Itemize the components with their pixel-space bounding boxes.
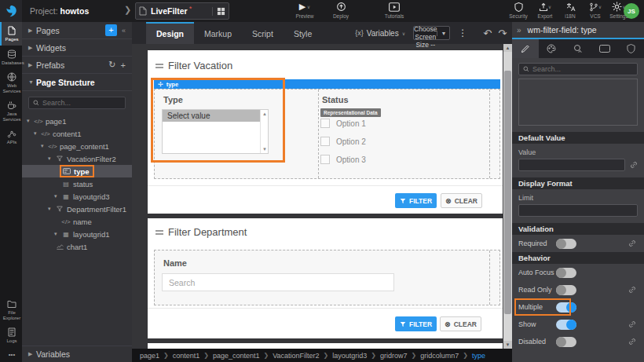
checkbox[interactable] — [320, 155, 330, 164]
bind-icon[interactable] — [628, 240, 636, 247]
section-widgets[interactable]: ▶ Widgets — [22, 39, 132, 57]
tab-design[interactable]: Design — [146, 22, 194, 44]
preview-button[interactable]: ▶ ∨ Preview — [287, 2, 322, 19]
tutorials-button[interactable]: Tutorials — [377, 2, 412, 19]
wavemaker-logo[interactable] — [0, 0, 22, 22]
caret-down-icon: ▾ — [34, 130, 41, 137]
user-avatar[interactable]: JS — [624, 3, 639, 19]
checkbox[interactable] — [320, 137, 330, 146]
tab-markup[interactable]: Markup — [194, 22, 242, 44]
bind-icon[interactable] — [628, 286, 636, 294]
tab-script[interactable]: Script — [242, 22, 284, 44]
tab-security[interactable] — [617, 39, 644, 58]
tree-item-layoutgrid1[interactable]: ▾▦layoutgrid1 — [22, 228, 132, 240]
selected-widget-bar[interactable]: ✢ type — [154, 79, 500, 89]
collapse-panel-icon[interactable]: « — [122, 27, 126, 35]
deploy-button[interactable]: Deploy — [324, 2, 358, 19]
filter-button[interactable]: FILTER — [395, 193, 437, 208]
bind-icon[interactable] — [628, 320, 636, 328]
canvas-scrollbar[interactable]: ▲ ▼ — [503, 44, 512, 349]
breadcrumb-gridrow7[interactable]: gridrow7 — [380, 352, 408, 360]
section-pages[interactable]: ▶ Pages + « — [22, 22, 132, 39]
open-page-tab[interactable]: LiveFilter * — [135, 2, 229, 20]
bind-icon[interactable] — [630, 161, 638, 169]
checkbox[interactable] — [320, 119, 330, 128]
breadcrumb-gridcolumn7[interactable]: gridcolumn7 — [420, 352, 459, 360]
add-prefab-icon[interactable]: + — [121, 60, 126, 70]
collapse-icon[interactable] — [156, 62, 163, 70]
breadcrumb-vacationfilter2[interactable]: VacationFilter2 — [273, 352, 319, 360]
more-options-icon[interactable]: ⋮ — [458, 27, 467, 38]
section-page-structure[interactable]: ▼ Page Structure — [22, 74, 132, 91]
tree-item-layoutgrid3[interactable]: ▾▦layoutgrid3 — [22, 190, 132, 203]
undo-icon[interactable]: ↶ — [483, 27, 492, 39]
scroll-up-icon[interactable]: ▲ — [262, 112, 267, 116]
type-listbox[interactable]: Select value ▲ ▼ — [162, 109, 269, 154]
tab-properties[interactable] — [512, 39, 539, 58]
rail-item-file-explorer[interactable]: File Explorer — [0, 295, 22, 324]
tab-device[interactable] — [591, 39, 618, 58]
tab-inspect[interactable] — [565, 39, 591, 58]
tree-item-page1[interactable]: ▾</>page1 — [22, 115, 132, 127]
tree-search-input[interactable] — [42, 99, 121, 107]
value-input[interactable] — [518, 159, 625, 171]
scroll-down-icon[interactable]: ▼ — [503, 341, 512, 349]
read-only-toggle[interactable] — [556, 285, 576, 295]
name-search-input[interactable] — [162, 273, 394, 291]
listbox-scrollbar[interactable]: ▲ ▼ — [260, 110, 268, 153]
page-switcher-icon[interactable] — [212, 7, 225, 16]
breadcrumb-layoutgrid3[interactable]: layoutgrid3 — [332, 352, 367, 360]
tree-item-content1[interactable]: ▾</>content1 — [22, 127, 132, 140]
rail-item-java-services[interactable]: Java Services — [0, 97, 22, 125]
tree-item-status[interactable]: ▤status — [22, 177, 132, 190]
name-field-label: Name — [163, 258, 187, 268]
multiple-toggle[interactable] — [556, 302, 576, 313]
collapse-panel-icon[interactable]: » — [517, 26, 521, 35]
clear-button[interactable]: ⊗ CLEAR — [440, 316, 481, 331]
tree-item-name[interactable]: </>name — [22, 215, 132, 228]
breadcrumb-chevron-icon: ❯ — [124, 5, 131, 15]
tree-item-type[interactable]: type — [22, 165, 132, 177]
tab-style[interactable]: Style — [284, 22, 322, 44]
properties-panel-header: » wm-filter-field: type — [512, 22, 644, 39]
rail-item-pages[interactable]: Pages — [0, 22, 22, 46]
section-variables[interactable]: ▶ Variables — [22, 346, 132, 362]
tree-item-chart1[interactable]: chart1 — [22, 240, 132, 253]
tab-styles[interactable] — [539, 39, 565, 58]
screen-size-select[interactable]: -- Choose Screen Size -- ▼ — [413, 26, 450, 40]
refresh-icon[interactable]: ↻ — [108, 60, 115, 70]
add-page-button[interactable]: + — [105, 24, 117, 36]
breadcrumb-type[interactable]: type — [472, 352, 485, 360]
rail-item-apis[interactable]: APIs — [0, 125, 22, 148]
redo-icon[interactable]: ↷ — [498, 27, 507, 39]
clear-button[interactable]: ⊗ CLEAR — [441, 193, 482, 208]
tree-item-departmentfilter1[interactable]: ▾DepartmentFilter1 — [22, 203, 132, 215]
section-prefabs[interactable]: ▶ Prefabs ↻ + — [22, 57, 132, 74]
caret-down-icon: ▾ — [54, 231, 61, 237]
required-toggle[interactable] — [556, 239, 576, 249]
breadcrumb-page1[interactable]: page1 — [140, 352, 159, 360]
collapse-icon[interactable] — [156, 229, 163, 236]
listbox-selected-option[interactable]: Select value — [163, 110, 260, 122]
limit-input[interactable] — [518, 204, 638, 217]
rail-item-web-services[interactable]: Web Services — [0, 68, 22, 97]
bind-icon[interactable] — [628, 338, 636, 346]
tree-item-vacationfilter2[interactable]: ▾VacationFilter2 — [22, 152, 132, 165]
disabled-toggle[interactable] — [556, 337, 576, 347]
rail-item-logs[interactable]: Logs — [0, 324, 22, 347]
variables-menu[interactable]: {x} Variables ∨ — [355, 29, 405, 38]
design-canvas: Filter Vacation ✢ type Type Select value… — [132, 44, 512, 349]
properties-search-input[interactable] — [532, 65, 627, 73]
tree-item-page_content1[interactable]: ▾</>page_content1 — [22, 140, 132, 152]
breadcrumb-page_content1[interactable]: page_content1 — [213, 352, 260, 360]
scrollbar-thumb[interactable] — [504, 71, 511, 314]
show-toggle[interactable] — [556, 320, 576, 330]
filter-button[interactable]: FILTER — [395, 316, 437, 331]
scroll-down-icon[interactable]: ▼ — [262, 147, 267, 152]
scroll-up-icon[interactable]: ▲ — [503, 44, 512, 52]
rail-item-databases[interactable]: Databases — [0, 46, 22, 69]
rail-item-more[interactable]: ••• — [0, 347, 22, 361]
auto-focus-toggle[interactable] — [556, 268, 576, 278]
status-option-3: Option 3 — [320, 155, 366, 164]
breadcrumb-content1[interactable]: content1 — [173, 352, 200, 360]
